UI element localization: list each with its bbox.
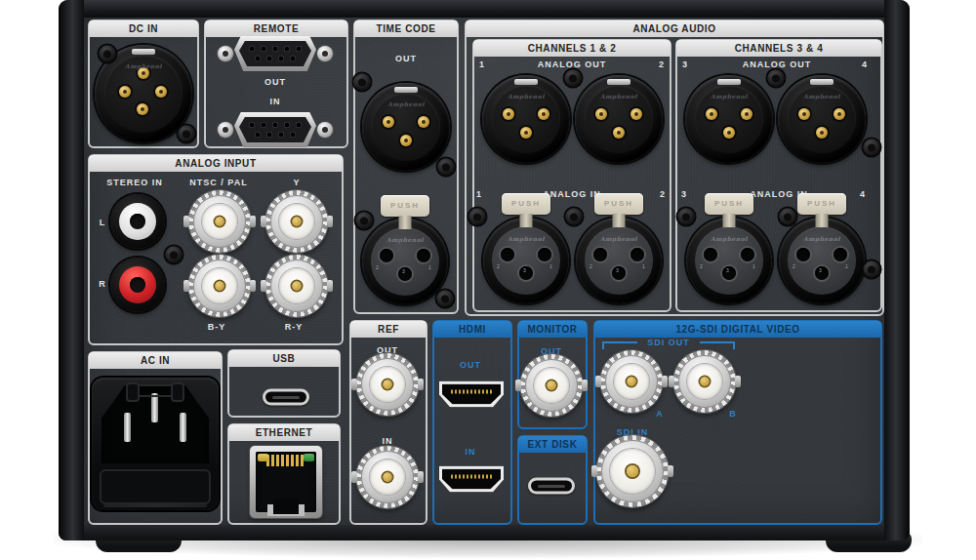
ethernet-rj45-port <box>250 446 322 518</box>
bnc-lug <box>595 376 601 387</box>
db9-screw-post <box>317 46 333 61</box>
bnc-lug <box>515 380 521 391</box>
remote-in-db9-connector <box>234 112 316 147</box>
ch2-out-number: 2 <box>659 60 665 69</box>
bnc-center-pin <box>293 218 302 226</box>
section-title: AC IN <box>89 352 222 369</box>
section-title: TIME CODE <box>354 20 458 37</box>
chassis-top-edge <box>59 0 910 18</box>
section-usb: USB <box>227 349 341 418</box>
xlr-latch <box>607 79 630 85</box>
section-title: REF <box>350 321 427 338</box>
bnc-lug <box>183 216 189 227</box>
db9-screw-post <box>317 122 333 138</box>
bnc-lug <box>735 376 741 387</box>
chassis-left-rail <box>59 0 84 540</box>
ch4-in-number: 4 <box>860 189 866 199</box>
hdmi-logo: HDMI <box>433 321 511 338</box>
xlr-pin-number: 3 <box>726 267 729 273</box>
analog-in-1-xlr-connector: Amphenol 2 3 1 <box>483 218 569 303</box>
xlr-socket-hole <box>704 248 717 261</box>
sdi-out-a-label: A <box>656 409 664 419</box>
xlr-latch <box>810 79 834 85</box>
xlr-pin <box>119 86 131 98</box>
bnc-lug <box>351 379 357 390</box>
fuse-icon <box>133 384 178 397</box>
xlr-socket-hole <box>417 249 430 262</box>
bnc-lug <box>250 216 256 227</box>
torx-screw-icon <box>768 70 785 87</box>
analog-out-1-xlr-connector: Amphenol <box>482 75 570 163</box>
ch4-out-number: 4 <box>862 60 868 69</box>
xlr-pin <box>137 103 148 115</box>
ntsc-pal-label: NTSC / PAL <box>189 178 247 187</box>
connector-brand-label: Amphenol <box>803 235 840 242</box>
xlr-pin-number: 1 <box>845 263 848 269</box>
xlr-socket-hole <box>630 248 644 261</box>
xlr-socket-hole <box>501 248 514 261</box>
ref-out-bnc-connector <box>356 353 419 416</box>
activity-led-green <box>304 454 314 461</box>
torx-screw-icon <box>356 213 373 229</box>
xlr-pin-number: 2 <box>793 263 795 269</box>
torx-screw-icon <box>166 247 183 263</box>
sdi-out-bracket-left <box>602 341 637 349</box>
chassis-bottom-edge <box>59 525 910 540</box>
analog-out-3-xlr-connector: Amphenol <box>685 75 773 163</box>
torx-screw-icon <box>780 209 796 225</box>
bnc-center-pin <box>384 380 392 389</box>
bnc-lug <box>418 379 424 390</box>
db9-pins <box>250 123 255 128</box>
connector-brand-label: Amphenol <box>711 235 748 242</box>
xlr-pin <box>630 108 642 120</box>
xlr-pin <box>595 108 607 120</box>
xlr-pin <box>155 86 167 98</box>
bnc-center-pin <box>216 282 224 291</box>
torx-screw-icon <box>354 74 371 91</box>
xlr-pin <box>538 108 549 120</box>
bnc-lug <box>669 376 674 387</box>
analog-out-4-xlr-connector: Amphenol <box>778 75 866 163</box>
hdmi-in-port <box>439 466 504 493</box>
bnc-lug <box>351 471 357 483</box>
section-hdmi: HDMI <box>432 320 512 525</box>
ac-pin <box>180 413 186 442</box>
connector-brand-label: Amphenol <box>508 93 545 100</box>
timecode-out-xlr-connector: Amphenol <box>362 83 450 171</box>
ch1-in-number: 1 <box>476 189 482 199</box>
bnc-lug <box>261 216 266 227</box>
bnc-lug <box>662 376 668 387</box>
sdi-out-b-label: B <box>729 409 737 419</box>
section-title: 12G-SDI DIGITAL VIDEO <box>594 321 881 338</box>
xlr-pin <box>383 116 394 128</box>
push-latch: PUSH <box>705 193 753 215</box>
push-latch: PUSH <box>502 193 550 215</box>
xlr-pin <box>706 108 717 120</box>
remote-in-label: IN <box>270 97 281 106</box>
bnc-center-pin <box>627 465 638 477</box>
r-y-label: R-Y <box>285 322 304 332</box>
push-latch: PUSH <box>594 193 643 215</box>
link-led-yellow <box>258 454 268 461</box>
ch3-in-number: 3 <box>681 189 687 199</box>
xlr-latch <box>132 49 155 55</box>
section-title: ETHERNET <box>228 424 340 441</box>
xlr-pin <box>503 108 514 120</box>
section-title: ANALOG AUDIO <box>466 20 883 37</box>
xlr-pin <box>613 127 625 139</box>
hdmi-out-label: OUT <box>460 360 481 370</box>
analog-in-3-xlr-connector: Amphenol 2 3 1 <box>686 218 772 303</box>
xlr-pin-number: 2 <box>376 264 379 270</box>
xlr-socket-hole <box>815 266 829 280</box>
xlr-latch <box>514 79 538 85</box>
xlr-pin-number: 3 <box>616 267 619 273</box>
bnc-center-pin <box>293 282 302 291</box>
xlr-pin <box>520 127 532 139</box>
xlr-pin <box>816 127 828 139</box>
right-channel-label: R <box>99 279 106 289</box>
xlr-pin <box>798 108 810 120</box>
db9-screw-post <box>218 122 233 138</box>
xlr-socket-hole <box>722 266 736 280</box>
rear-panel-photo: DC IN REMOTE TIME CODE ANALOG AUDIO CHAN… <box>0 0 976 560</box>
xlr-latch <box>394 87 418 93</box>
